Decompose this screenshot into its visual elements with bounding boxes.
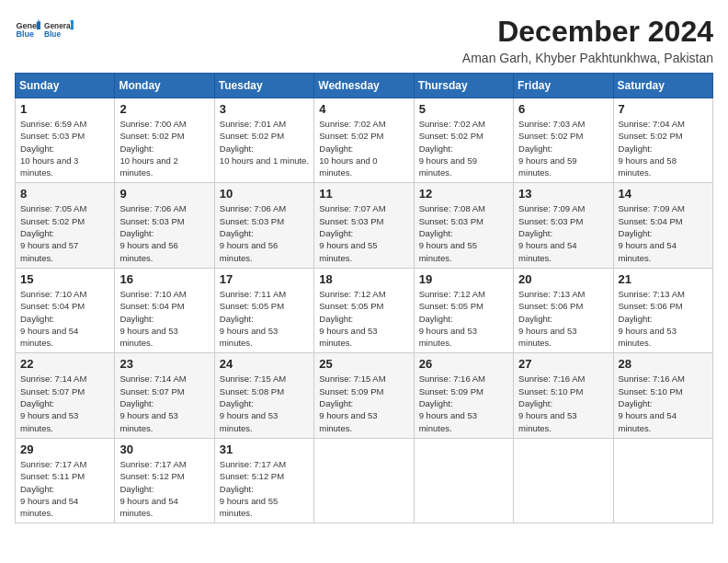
calendar-cell: 27 Sunrise: 7:16 AM Sunset: 5:10 PM Dayl… (514, 353, 613, 438)
day-info: Sunrise: 7:07 AM Sunset: 5:03 PM Dayligh… (319, 202, 408, 263)
sunrise-label: Sunrise: 7:09 AM (619, 203, 685, 213)
calendar-cell: 19 Sunrise: 7:12 AM Sunset: 5:05 PM Dayl… (414, 268, 513, 352)
calendar-cell: 5 Sunrise: 7:02 AM Sunset: 5:02 PM Dayli… (414, 98, 513, 183)
sunset-label: Sunset: 5:08 PM (220, 386, 284, 396)
day-info: Sunrise: 6:59 AM Sunset: 5:03 PM Dayligh… (20, 118, 109, 178)
sunrise-label: Sunrise: 7:17 AM (220, 459, 286, 469)
sunrise-label: Sunrise: 7:15 AM (220, 373, 286, 384)
weekday-header-tuesday: Tuesday (214, 74, 313, 98)
day-number: 13 (518, 187, 608, 201)
daylight-label: Daylight: 9 hours and 53 minutes. (619, 314, 677, 349)
sunrise-label: Sunrise: 7:14 AM (20, 373, 86, 384)
calendar-cell: 17 Sunrise: 7:11 AM Sunset: 5:05 PM Dayl… (214, 268, 313, 352)
day-info: Sunrise: 7:08 AM Sunset: 5:03 PM Dayligh… (419, 202, 508, 263)
daylight-label: Daylight: 9 hours and 53 minutes. (20, 398, 78, 433)
day-number: 11 (319, 187, 408, 201)
day-number: 1 (20, 102, 109, 116)
daylight-label: Daylight: 9 hours and 53 minutes. (419, 314, 477, 349)
sunset-label: Sunset: 5:09 PM (419, 386, 483, 396)
day-number: 14 (619, 187, 708, 201)
daylight-label: Daylight: 9 hours and 59 minutes. (419, 144, 477, 178)
daylight-label: Daylight: 9 hours and 53 minutes. (419, 398, 477, 433)
sunset-label: Sunset: 5:02 PM (20, 216, 85, 226)
calendar-cell: 13 Sunrise: 7:09 AM Sunset: 5:03 PM Dayl… (514, 183, 613, 268)
day-info: Sunrise: 7:12 AM Sunset: 5:05 PM Dayligh… (419, 288, 508, 349)
header: General Blue General Blue December 2024 … (15, 15, 713, 65)
day-number: 31 (220, 442, 309, 456)
day-number: 30 (119, 442, 209, 456)
calendar-cell: 9 Sunrise: 7:06 AM Sunset: 5:03 PM Dayli… (115, 183, 214, 268)
calendar-cell: 24 Sunrise: 7:15 AM Sunset: 5:08 PM Dayl… (214, 353, 313, 438)
sunset-label: Sunset: 5:09 PM (319, 386, 383, 396)
day-info: Sunrise: 7:12 AM Sunset: 5:05 PM Dayligh… (319, 288, 408, 349)
sunset-label: Sunset: 5:06 PM (619, 301, 683, 311)
calendar-cell (414, 438, 513, 523)
sunrise-label: Sunrise: 6:59 AM (20, 119, 86, 129)
daylight-label: Daylight: 9 hours and 54 minutes. (619, 228, 677, 263)
daylight-label: Daylight: 9 hours and 54 minutes. (20, 484, 78, 519)
daylight-label: Daylight: 9 hours and 56 minutes. (119, 228, 177, 263)
sunset-label: Sunset: 5:02 PM (619, 131, 683, 141)
sunset-label: Sunset: 5:05 PM (220, 301, 284, 311)
calendar-cell: 28 Sunrise: 7:16 AM Sunset: 5:10 PM Dayl… (613, 353, 712, 438)
sunset-label: Sunset: 5:10 PM (518, 386, 583, 396)
sunrise-label: Sunrise: 7:17 AM (119, 459, 186, 469)
sunrise-label: Sunrise: 7:08 AM (419, 203, 485, 213)
day-number: 27 (518, 357, 608, 371)
calendar-cell: 1 Sunrise: 6:59 AM Sunset: 5:03 PM Dayli… (16, 98, 115, 183)
day-number: 6 (518, 102, 608, 116)
sunset-label: Sunset: 5:02 PM (419, 131, 483, 141)
calendar-cell: 25 Sunrise: 7:15 AM Sunset: 5:09 PM Dayl… (314, 353, 414, 438)
calendar-cell: 2 Sunrise: 7:00 AM Sunset: 5:02 PM Dayli… (115, 98, 214, 183)
day-info: Sunrise: 7:15 AM Sunset: 5:09 PM Dayligh… (319, 373, 408, 433)
day-number: 16 (119, 272, 209, 286)
sunrise-label: Sunrise: 7:10 AM (119, 289, 186, 299)
sunset-label: Sunset: 5:03 PM (119, 216, 184, 226)
day-info: Sunrise: 7:10 AM Sunset: 5:04 PM Dayligh… (119, 288, 209, 349)
daylight-label: Daylight: 9 hours and 54 minutes. (119, 484, 177, 519)
daylight-label: Daylight: 9 hours and 59 minutes. (518, 144, 576, 178)
daylight-label: Daylight: 9 hours and 56 minutes. (220, 228, 278, 263)
day-info: Sunrise: 7:11 AM Sunset: 5:05 PM Dayligh… (220, 288, 309, 349)
daylight-label: Daylight: 9 hours and 53 minutes. (119, 398, 177, 433)
sunrise-label: Sunrise: 7:07 AM (319, 203, 385, 213)
sunset-label: Sunset: 5:05 PM (319, 301, 383, 311)
sunrise-label: Sunrise: 7:01 AM (220, 119, 286, 129)
daylight-label: Daylight: 9 hours and 53 minutes. (220, 314, 278, 349)
page-title: December 2024 (462, 15, 713, 49)
daylight-label: Daylight: 9 hours and 55 minutes. (220, 484, 278, 519)
weekday-header-sunday: Sunday (16, 74, 115, 98)
day-number: 25 (319, 357, 408, 371)
sunrise-label: Sunrise: 7:00 AM (119, 119, 186, 129)
calendar-cell: 6 Sunrise: 7:03 AM Sunset: 5:02 PM Dayli… (514, 98, 613, 183)
calendar-cell: 18 Sunrise: 7:12 AM Sunset: 5:05 PM Dayl… (314, 268, 414, 352)
calendar-cell: 21 Sunrise: 7:13 AM Sunset: 5:06 PM Dayl… (613, 268, 712, 352)
day-number: 22 (20, 357, 109, 371)
day-info: Sunrise: 7:06 AM Sunset: 5:03 PM Dayligh… (220, 202, 309, 263)
day-info: Sunrise: 7:17 AM Sunset: 5:11 PM Dayligh… (20, 458, 109, 519)
page-subtitle: Aman Garh, Khyber Pakhtunkhwa, Pakistan (462, 51, 713, 65)
daylight-label: Daylight: 9 hours and 54 minutes. (619, 398, 677, 433)
day-number: 17 (220, 272, 309, 286)
day-info: Sunrise: 7:15 AM Sunset: 5:08 PM Dayligh… (220, 373, 309, 433)
sunset-label: Sunset: 5:12 PM (220, 471, 284, 481)
sunrise-label: Sunrise: 7:03 AM (518, 119, 585, 129)
daylight-label: Daylight: 9 hours and 53 minutes. (319, 314, 377, 349)
day-info: Sunrise: 7:06 AM Sunset: 5:03 PM Dayligh… (119, 202, 209, 263)
sunrise-label: Sunrise: 7:06 AM (220, 203, 286, 213)
sunrise-label: Sunrise: 7:16 AM (518, 373, 585, 384)
sunrise-label: Sunrise: 7:12 AM (319, 289, 385, 299)
sunrise-label: Sunrise: 7:16 AM (619, 373, 685, 384)
day-info: Sunrise: 7:09 AM Sunset: 5:04 PM Dayligh… (619, 202, 708, 263)
calendar-week-row: 1 Sunrise: 6:59 AM Sunset: 5:03 PM Dayli… (16, 98, 713, 183)
day-info: Sunrise: 7:16 AM Sunset: 5:09 PM Dayligh… (419, 373, 508, 433)
sunset-label: Sunset: 5:02 PM (319, 131, 383, 141)
sunset-label: Sunset: 5:02 PM (220, 131, 284, 141)
day-info: Sunrise: 7:05 AM Sunset: 5:02 PM Dayligh… (20, 202, 109, 263)
day-info: Sunrise: 7:16 AM Sunset: 5:10 PM Dayligh… (619, 373, 708, 433)
weekday-header-thursday: Thursday (414, 74, 513, 98)
calendar-cell: 7 Sunrise: 7:04 AM Sunset: 5:02 PM Dayli… (613, 98, 712, 183)
calendar-cell: 22 Sunrise: 7:14 AM Sunset: 5:07 PM Dayl… (16, 353, 115, 438)
calendar-cell: 14 Sunrise: 7:09 AM Sunset: 5:04 PM Dayl… (613, 183, 712, 268)
day-number: 15 (20, 272, 109, 286)
